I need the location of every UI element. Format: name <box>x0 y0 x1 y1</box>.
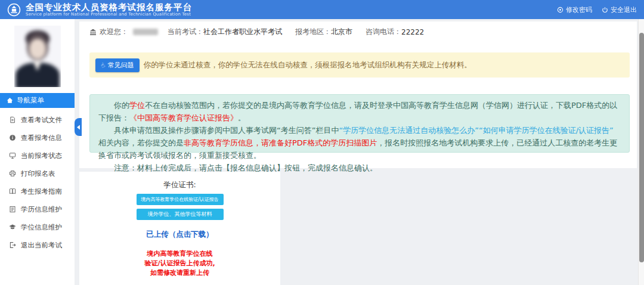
monitor-icon <box>9 152 16 159</box>
app-header: 全国专业技术人员资格考试报名服务平台 Service platform for … <box>0 0 644 19</box>
region-value: 北京市 <box>331 27 352 37</box>
sidebar-item-degree-info[interactable]: 学位信息维护 <box>0 218 75 236</box>
notice-red-text: 学位 <box>129 101 145 110</box>
vertical-scrollbar <box>638 19 644 285</box>
sidebar-item-registration-info[interactable]: 查看报考信息 <box>0 129 75 147</box>
notice-text: 具体申请范围及操作步骤请参阅中国人事考试网“考生问答”栏目中 <box>114 126 339 135</box>
logout-link[interactable]: 安全退出 <box>602 5 637 14</box>
phone-value: 22222 <box>401 28 424 36</box>
degree-certificate-title: 学位证书: <box>79 172 280 190</box>
phone-label: 咨询电话： <box>366 27 401 37</box>
platform-logo-icon <box>7 3 21 17</box>
sidebar-item-print-form[interactable]: 打印报名表 <box>0 165 75 182</box>
sidebar-item-candidate-guide[interactable]: 考生报考指南 <box>0 182 75 200</box>
degree-certificate-panel: 学位证书: 境内高等教育学位在线验证/认证报告 境外学位、其他学位等材料 已上传… <box>79 172 280 285</box>
notice-text: 相关内容，若你提交的是 <box>98 138 184 147</box>
graduation-cap-icon <box>9 224 16 231</box>
sidebar-item-exit-exam[interactable]: 退出当前考试 <box>0 236 75 254</box>
home-icon <box>7 97 13 104</box>
nav-menu-header: 导航菜单 <box>0 93 75 108</box>
logout-icon <box>9 241 16 249</box>
sidebar-collapse-tab[interactable] <box>75 118 82 136</box>
candidate-photo <box>14 26 61 87</box>
chevron-left-icon <box>76 125 80 130</box>
notice-box: 你的学位不在自动核验范围内，若你提交的是境内高等教育学位信息，请及时登录中国高等… <box>89 94 630 153</box>
faq-link-apply-report[interactable]: “如何申请学历学位在线验证/认证报告” <box>479 126 614 135</box>
printer-icon <box>9 170 16 177</box>
sidebar-item-exam-files[interactable]: 查看考试文件 <box>0 111 75 129</box>
status-line: 验证/认证报告上传成功, <box>79 259 280 268</box>
book-icon <box>9 188 16 195</box>
upload-status-message: 境内高等教育学位在线 验证/认证报告上传成功, 如需修改请重新上传 <box>79 249 280 278</box>
app-subtitle: Service platform for National Profession… <box>26 12 192 17</box>
faq-link-auto-verify[interactable]: “学历学位信息无法通过自动核验怎么办” <box>339 126 478 135</box>
sidebar-item-education-info[interactable]: 学历信息维护 <box>0 200 75 218</box>
document-icon <box>9 116 16 123</box>
power-icon <box>602 7 608 13</box>
app-title: 全国专业技术人员资格考试报名服务平台 <box>26 3 192 12</box>
foreign-degree-materials-button[interactable]: 境外学位、其他学位等材料 <box>137 209 224 220</box>
main-panel: 欢迎您： 当前考试： 社会工作者职业水平考试 报考地区： 北京市 咨询电话： 2… <box>79 21 637 168</box>
region-label: 报考地区： <box>295 27 331 37</box>
circle-dot-icon <box>557 7 564 13</box>
sidebar-item-current-status[interactable]: 当前报考状态 <box>0 147 75 165</box>
notice-text: 你的 <box>114 101 129 110</box>
status-line: 境内高等教育学位在线 <box>79 249 280 259</box>
hand-pointer-icon: ☝ <box>99 61 106 70</box>
uploaded-download-link[interactable]: 已上传（点击下载） <box>79 230 280 240</box>
file-list-icon <box>9 206 16 213</box>
faq-button[interactable]: ☝ 常见问题 <box>95 58 140 72</box>
user-status-bar: 欢迎您： 当前考试： 社会工作者职业水平考试 报考地区： 北京市 咨询电话： 2… <box>89 27 424 37</box>
warning-text: 你的学位未通过核查，你的学位无法在线自动核查，须根据报名地考试组织机构有关规定上… <box>144 60 472 70</box>
bank-icon <box>89 29 97 36</box>
change-password-link[interactable]: 修改密码 <box>557 5 592 14</box>
domestic-degree-report-button[interactable]: 境内高等教育学位在线验证/认证报告 <box>137 194 224 205</box>
notice-paragraph-1: 你的学位不在自动核验范围内，若你提交的是境内高等教育学位信息，请及时登录中国高等… <box>98 99 621 124</box>
degree-report-link[interactable]: 《中国高等教育学位认证报告》 <box>129 113 238 122</box>
sidebar: 导航菜单 查看考试文件 查看报考信息 当前报考状态 打印报名表 考生报考指南 学… <box>0 19 75 285</box>
info-icon <box>9 134 16 141</box>
notice-red-text: 非高等教育学历信息，请准备好PDF格式的学历扫描图片 <box>184 138 377 147</box>
warning-banner: ☝ 常见问题 你的学位未通过核查，你的学位无法在线自动核查，须根据报名地考试组织… <box>89 52 630 78</box>
welcome-label: 欢迎您： <box>100 27 128 37</box>
notice-paragraph-2: 具体申请范围及操作步骤请参阅中国人事考试网“考生问答”栏目中“学历学位信息无法通… <box>98 124 621 162</box>
notice-text: 。 <box>238 113 246 122</box>
user-name-redacted <box>133 29 158 35</box>
status-line: 如需修改请重新上传 <box>79 268 280 278</box>
exam-value: 社会工作者职业水平考试 <box>203 27 282 37</box>
scrollbar-thumb[interactable] <box>639 33 644 262</box>
exam-label: 当前考试： <box>168 27 203 37</box>
